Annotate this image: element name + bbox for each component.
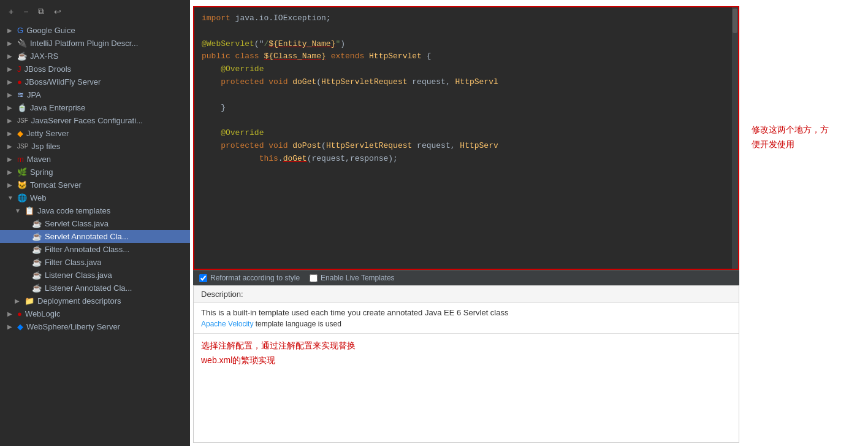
remove-button[interactable]: − [21,6,31,18]
sidebar-item-weblogic[interactable]: ▶●WebLogic [0,307,190,320]
sidebar-icon-deployment-descriptors: 📁 [25,296,34,306]
sidebar-arrow-intellij-platform: ▶ [7,40,15,47]
sidebar-item-filter-class-java[interactable]: ☕Filter Class.java [0,256,190,269]
sidebar-label-web: Web [30,193,47,202]
reformat-checkbox-item[interactable]: Reformat according to style [199,274,300,282]
sidebar-item-servlet-class-java[interactable]: ☕Servlet Class.java [0,217,190,230]
sidebar-item-javaserver-faces[interactable]: ▶JSFJavaServer Faces Configurati... [0,114,190,127]
sidebar-icon-jpa: ≋ [17,90,24,99]
sidebar-arrow-jetty-server: ▶ [7,130,15,137]
sidebar-item-jpa[interactable]: ▶≋JPA [0,88,190,101]
sidebar-item-jboss-wildfly[interactable]: ▶●JBoss/WildFly Server [0,75,190,88]
code-line: @Override [202,63,731,76]
sidebar-item-intellij-platform[interactable]: ▶🔌IntelliJ Platform Plugin Descr... [0,37,190,50]
sidebar-label-tomcat-server: Tomcat Server [30,180,82,190]
main-area: import java.io.IOException; @WebServlet(… [190,0,745,446]
sidebar-item-maven[interactable]: ▶mMaven [0,153,190,166]
sidebar-item-listener-annotated-class[interactable]: ☕Listener Annotated Cla... [0,282,190,294]
sidebar-label-jboss-drools: JBoss Drools [25,64,72,74]
sidebar-item-servlet-annotated-class[interactable]: ☕Servlet Annotated Cla... [0,230,190,243]
description-section: Description: This is a built-in template… [193,285,739,443]
sidebar-item-deployment-descriptors[interactable]: ▶📁Deployment descriptors [0,294,190,307]
sidebar-label-filter-class-java: Filter Class.java [45,258,101,267]
live-templates-checkbox-item[interactable]: Enable Live Templates [310,274,395,282]
sidebar-label-servlet-class-java: Servlet Class.java [45,219,108,228]
sidebar-arrow-java-enterprise: ▶ [7,104,15,111]
copy-button[interactable]: ⧉ [36,5,47,18]
sidebar-icon-listener-annotated-class: ☕ [32,283,42,293]
sidebar-item-jboss-drools[interactable]: ▶JJBoss Drools [0,63,190,75]
code-line: this.doGet(request,response); [202,153,731,166]
code-line: import java.io.IOException; [202,12,731,25]
sidebar-label-servlet-annotated-class: Servlet Annotated Cla... [45,232,129,241]
code-line [202,89,731,102]
reformat-checkbox[interactable] [199,274,207,282]
sidebar-icon-websphere-liberty: ◆ [17,322,23,331]
sidebar-item-listener-class-java[interactable]: ☕Listener Class.java [0,269,190,282]
sidebar-label-listener-annotated-class: Listener Annotated Cla... [45,283,132,293]
sidebar-icon-jsp-files: JSP [17,143,28,150]
sidebar-item-java-code-templates[interactable]: ▼📋Java code templates [0,204,190,217]
live-templates-checkbox[interactable] [310,274,318,282]
sidebar-arrow-jboss-drools: ▶ [7,66,15,72]
sidebar-item-jax-rs[interactable]: ▶☕JAX-RS [0,50,190,63]
sidebar-arrow-weblogic: ▶ [7,310,15,317]
sidebar-arrow-web: ▼ [7,194,15,201]
sidebar-toolbar: + − ⧉ ↩ [0,0,190,23]
sidebar-item-websphere-liberty[interactable]: ▶◆WebSphere/Liberty Server [0,320,190,333]
sidebar-arrow-jpa: ▶ [7,91,15,98]
code-editor-section: import java.io.IOException; @WebServlet(… [193,6,739,270]
code-line: protected void doGet(HttpServletRequest … [202,76,731,89]
sidebar: + − ⧉ ↩ ▶GGoogle Guice▶🔌IntelliJ Platfor… [0,0,190,446]
sidebar-icon-javaserver-faces: JSF [17,117,28,124]
sidebar-item-web[interactable]: ▼🌐Web [0,191,190,204]
sidebar-label-websphere-liberty: WebSphere/Liberty Server [26,322,120,331]
sidebar-label-java-enterprise: Java Enterprise [30,103,85,112]
code-line: } [202,102,731,115]
right-panel: 修改这两个地方，方 便开发使用 [745,0,868,446]
description-header: Description: [194,286,739,303]
sidebar-label-jpa: JPA [27,90,41,99]
sidebar-arrow-jax-rs: ▶ [7,53,15,60]
add-button[interactable]: + [6,6,16,18]
sidebar-item-filter-annotated-class[interactable]: ☕Filter Annotated Class... [0,243,190,256]
sidebar-item-google-guice[interactable]: ▶GGoogle Guice [0,24,190,37]
sidebar-icon-jboss-wildfly: ● [17,77,22,87]
right-annotation-line1: 修改这两个地方，方 [752,123,862,137]
template-language-text: template language is used [253,320,341,328]
code-editor[interactable]: import java.io.IOException; @WebServlet(… [194,7,738,269]
sidebar-arrow-java-code-templates: ▼ [15,207,22,214]
sidebar-label-weblogic: WebLogic [25,309,61,318]
apache-velocity-link[interactable]: Apache Velocity [201,320,253,328]
sidebar-label-java-code-templates: Java code templates [37,206,110,215]
sidebar-icon-tomcat-server: 🐱 [17,180,27,190]
description-body: This is a built-in template used each ti… [194,303,739,334]
sidebar-icon-jetty-server: ◆ [17,129,23,138]
sidebar-icon-weblogic: ● [17,309,22,318]
sidebar-icon-web: 🌐 [17,193,27,202]
sidebar-item-spring[interactable]: ▶🌿Spring [0,166,190,179]
sidebar-icon-servlet-annotated-class: ☕ [32,232,42,241]
sidebar-label-google-guice: Google Guice [26,26,75,35]
sidebar-arrow-tomcat-server: ▶ [7,182,15,188]
sidebar-item-jsp-files[interactable]: ▶JSPJsp files [0,140,190,153]
code-line [202,25,731,38]
editor-scrollbar[interactable] [732,7,738,269]
sidebar-label-intellij-platform: IntelliJ Platform Plugin Descr... [30,39,138,48]
sidebar-item-java-enterprise[interactable]: ▶🍵Java Enterprise [0,101,190,114]
sidebar-item-tomcat-server[interactable]: ▶🐱Tomcat Server [0,179,190,191]
code-line: public class ${Class_Name} extends HttpS… [202,50,731,63]
code-line: @Override [202,127,731,140]
sidebar-icon-filter-class-java: ☕ [32,258,42,267]
undo-button[interactable]: ↩ [51,6,64,18]
sidebar-icon-listener-class-java: ☕ [32,271,42,280]
sidebar-label-jsp-files: Jsp files [31,142,60,151]
sidebar-item-jetty-server[interactable]: ▶◆Jetty Server [0,127,190,140]
sidebar-icon-filter-annotated-class: ☕ [32,245,42,254]
sidebar-label-deployment-descriptors: Deployment descriptors [37,296,121,306]
sidebar-icon-servlet-class-java: ☕ [32,219,42,228]
sidebar-label-jboss-wildfly: JBoss/WildFly Server [25,77,101,87]
reformat-bar: Reformat according to style Enable Live … [193,270,739,285]
sidebar-arrow-deployment-descriptors: ▶ [15,298,22,304]
sidebar-arrow-google-guice: ▶ [7,27,15,34]
